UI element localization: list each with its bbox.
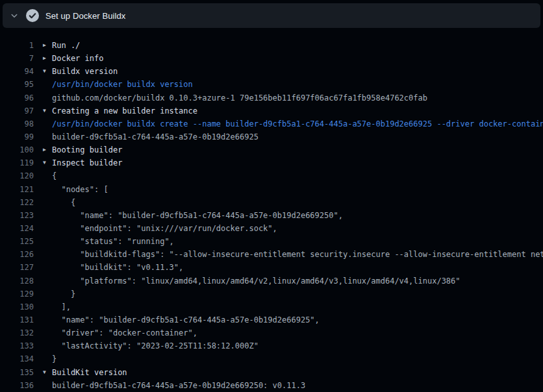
log-line: 99 builder-d9cfb5a1-c764-445a-a57e-0b19d… (5, 130, 543, 143)
log-line: 126 "buildkitd-flags": "--allow-insecure… (5, 248, 543, 261)
arrow-slot (43, 183, 52, 196)
arrow-slot (43, 130, 52, 143)
line-number[interactable]: 130 (5, 300, 34, 313)
line-number[interactable]: 128 (5, 275, 34, 288)
line-number[interactable]: 100 (5, 143, 34, 156)
line-number[interactable]: 120 (5, 169, 34, 182)
arrow-slot (43, 222, 52, 235)
line-number[interactable]: 131 (5, 313, 34, 326)
line-text: "lastActivity": "2023-02-25T11:58:12.000… (52, 339, 543, 352)
line-number[interactable]: 1 (5, 39, 34, 52)
line-text: Creating a new builder instance (52, 104, 543, 117)
triangle-down-icon[interactable]: ▼ (43, 366, 52, 379)
line-number[interactable]: 122 (5, 196, 34, 209)
log-group-line[interactable]: 97 ▼ Creating a new builder instance (5, 104, 543, 117)
line-number[interactable]: 132 (5, 326, 34, 339)
line-number[interactable]: 97 (5, 104, 34, 117)
line-number[interactable]: 123 (5, 209, 34, 222)
log-line: 127 "buildkit": "v0.11.3", (5, 261, 543, 274)
arrow-slot (43, 92, 52, 104)
line-text: "buildkitd-flags": "--allow-insecure-ent… (52, 248, 543, 261)
line-text: ], (52, 300, 543, 313)
line-text: /usr/bin/docker buildx version (52, 78, 543, 91)
log-line: 129 } (5, 288, 543, 300)
log-group-line[interactable]: 94 ▼ Buildx version (5, 65, 543, 78)
log-group-line[interactable]: 100 ▶ Booting builder (5, 143, 543, 156)
line-number[interactable]: 124 (5, 222, 34, 235)
triangle-right-icon[interactable]: ▶ (43, 52, 52, 65)
arrow-slot (43, 261, 52, 274)
line-number[interactable]: 95 (5, 78, 34, 91)
arrow-slot (43, 352, 52, 365)
line-text: "driver": "docker-container", (52, 326, 543, 339)
line-number[interactable]: 121 (5, 183, 34, 196)
check-circle-icon (26, 9, 39, 22)
line-text: Booting builder (52, 143, 543, 156)
log-line: 132 "driver": "docker-container", (5, 326, 543, 339)
line-number[interactable]: 135 (5, 366, 34, 379)
line-number[interactable]: 125 (5, 235, 34, 248)
line-number[interactable]: 96 (5, 92, 34, 104)
triangle-down-icon[interactable]: ▼ (43, 104, 52, 117)
log-line: 133 "lastActivity": "2023-02-25T11:58:12… (5, 339, 543, 352)
log-group-line[interactable]: 7 ▶ Docker info (5, 52, 543, 65)
line-text: "endpoint": "unix:///var/run/docker.sock… (52, 222, 543, 235)
triangle-down-icon[interactable]: ▼ (43, 156, 52, 169)
log-group-line[interactable]: 135 ▼ BuildKit version (5, 366, 543, 379)
line-number[interactable]: 99 (5, 130, 34, 143)
line-number[interactable]: 127 (5, 261, 34, 274)
triangle-down-icon[interactable]: ▼ (43, 65, 52, 78)
triangle-right-icon[interactable]: ▶ (43, 39, 52, 52)
arrow-slot (43, 196, 52, 209)
log-line: 134 } (5, 352, 543, 365)
arrow-slot (43, 339, 52, 352)
line-text: Buildx version (52, 65, 543, 78)
line-number[interactable]: 129 (5, 288, 34, 300)
arrow-slot (43, 209, 52, 222)
arrow-slot (43, 169, 52, 182)
line-number[interactable]: 119 (5, 156, 34, 169)
arrow-slot (43, 78, 52, 91)
line-text: { (52, 169, 543, 182)
step-title: Set up Docker Buildx (45, 11, 125, 21)
log-line: 136 builder-d9cfb5a1-c764-445a-a57e-0b19… (5, 379, 543, 392)
arrow-slot (43, 288, 52, 300)
log-line: 95 /usr/bin/docker buildx version (5, 78, 543, 91)
log-line: 131 "name": "builder-d9cfb5a1-c764-445a-… (5, 313, 543, 326)
line-number[interactable]: 133 (5, 339, 34, 352)
line-text: } (52, 352, 543, 365)
arrow-slot (43, 117, 52, 130)
line-text: Docker info (52, 52, 543, 65)
line-number[interactable]: 98 (5, 117, 34, 130)
line-text: Inspect builder (52, 156, 543, 169)
arrow-slot (43, 248, 52, 261)
line-number[interactable]: 94 (5, 65, 34, 78)
log-line: 128 "platforms": "linux/amd64,linux/amd6… (5, 275, 543, 288)
arrow-slot (43, 275, 52, 288)
chevron-down-icon[interactable] (9, 10, 19, 21)
log-line: 123 "name": "builder-d9cfb5a1-c764-445a-… (5, 209, 543, 222)
line-number[interactable]: 126 (5, 248, 34, 261)
log-lines: 1 ▶ Run ./ 7 ▶ Docker info 94 ▼ Buildx v… (0, 28, 543, 392)
arrow-slot (43, 235, 52, 248)
line-text: "name": "builder-d9cfb5a1-c764-445a-a57e… (52, 313, 543, 326)
step-header[interactable]: Set up Docker Buildx (3, 3, 540, 28)
line-text: } (52, 288, 543, 300)
log-line: 130 ], (5, 300, 543, 313)
log-group-line[interactable]: 1 ▶ Run ./ (5, 39, 543, 52)
log-line: 96 github.com/docker/buildx 0.10.3+azure… (5, 92, 543, 104)
line-number[interactable]: 134 (5, 352, 34, 365)
arrow-slot (43, 313, 52, 326)
line-text: "nodes": [ (52, 183, 543, 196)
line-text: "platforms": "linux/amd64,linux/amd64/v2… (52, 275, 543, 288)
arrow-slot (43, 300, 52, 313)
log-group-line[interactable]: 119 ▼ Inspect builder (5, 156, 543, 169)
log-line: 98 /usr/bin/docker buildx create --name … (5, 117, 543, 130)
line-text: "name": "builder-d9cfb5a1-c764-445a-a57e… (52, 209, 543, 222)
line-number[interactable]: 7 (5, 52, 34, 65)
line-number[interactable]: 136 (5, 379, 34, 392)
log-line: 122 { (5, 196, 543, 209)
line-text: github.com/docker/buildx 0.10.3+azure-1 … (52, 92, 543, 104)
triangle-right-icon[interactable]: ▶ (43, 143, 52, 156)
line-text: /usr/bin/docker buildx create --name bui… (52, 117, 543, 130)
